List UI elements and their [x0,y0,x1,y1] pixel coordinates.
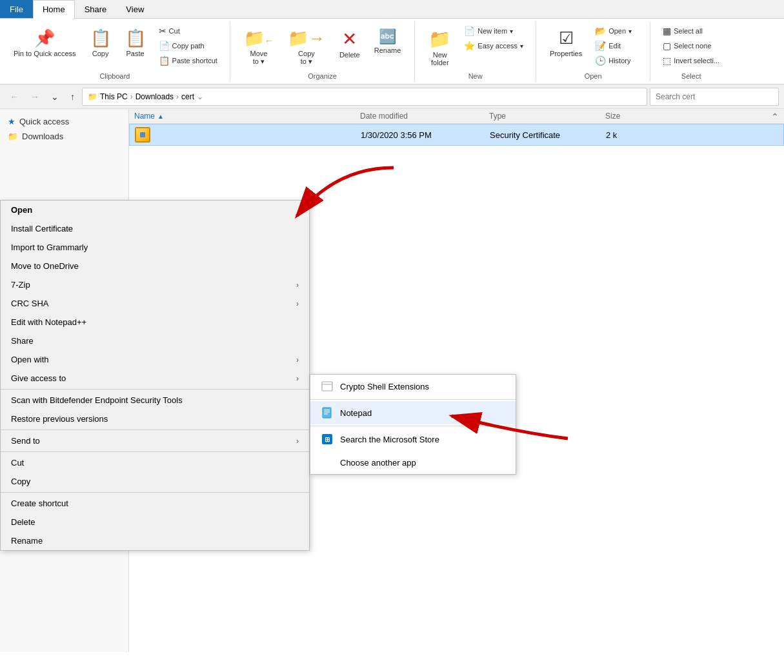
clipboard-label: Clipboard [99,71,130,81]
ctx-create-shortcut[interactable]: Create shortcut [1,494,309,513]
delete-button[interactable]: ✕ Delete [334,24,366,63]
properties-icon: ☑ [559,28,574,48]
copy-to-icon: 📁→ [288,28,325,48]
back-button[interactable]: ← [5,89,23,104]
easy-access-button[interactable]: ⭐ Easy access ▾ [459,39,528,53]
sidebar-item-quick-access[interactable]: ★ Quick access [0,114,128,129]
rename-button[interactable]: 🔤 Rename [368,24,407,59]
new-item-label: New item [477,27,507,35]
edit-button[interactable]: 📝 Edit [590,39,642,53]
ctx-install-cert[interactable]: Install Certificate [1,219,309,238]
edit-label: Edit [608,42,621,50]
ctx-copy[interactable]: Copy [1,472,309,491]
ctx-open-with[interactable]: Open with › [1,350,309,369]
quick-access-label: Quick access [19,117,69,126]
edit-icon: 📝 [595,41,606,51]
ctx-import-grammarly[interactable]: Import to Grammarly [1,238,309,257]
new-folder-button[interactable]: 📁 Newfolder [423,24,457,71]
ctx-move-onedrive[interactable]: Move to OneDrive [1,257,309,275]
new-item-button[interactable]: 📄 New item ▾ [459,24,528,38]
open-label: Open [608,27,626,35]
properties-button[interactable]: ☑ Properties [544,24,588,62]
invert-selection-label: Invert selecti... [674,57,719,64]
ctx-crc-sha[interactable]: CRC SHA › [1,294,309,313]
ctx-share[interactable]: Share [1,331,309,350]
ctx-scan-bitdefender[interactable]: Scan with Bitdefender Endpoint Security … [1,391,309,410]
new-items: 📁 Newfolder 📄 New item ▾ ⭐ Easy access ▾ [420,21,530,71]
new-folder-icon: 📁 [428,28,451,50]
copy-button[interactable]: 📋 Copy [85,24,117,62]
open-small-btns: 📂 Open ▾ 📝 Edit 🕒 History [590,24,642,68]
collapse-icon: ⌃ [769,112,781,122]
organize-label: Organize [308,71,337,81]
ctx-send-to[interactable]: Send to › [1,431,309,450]
breadcrumb-cert: cert [181,92,194,101]
tab-file[interactable]: File [0,0,33,18]
history-button[interactable]: 🕒 History [590,54,642,68]
submenu-notepad[interactable]: Notepad [310,401,516,424]
ctx-cut[interactable]: Cut [1,453,309,472]
submenu-sep [310,399,516,400]
choose-app-icon [321,456,334,469]
select-none-button[interactable]: ▢ Select none [658,39,724,53]
ctx-rename[interactable]: Rename [1,531,309,550]
paste-shortcut-label: Paste shortcut [172,57,217,64]
paste-button[interactable]: 📋 Paste [119,24,152,62]
copy-to-button[interactable]: 📁→ Copyto ▾ [282,24,331,70]
open-with-submenu: Crypto Shell Extensions Notepad ⊞ Search… [310,374,516,475]
col-header-type[interactable]: Type [489,112,605,121]
submenu-sep2 [310,426,516,426]
navigation-bar: ← → ⌄ ↑ 📁 This PC › Downloads › cert ⌄ [0,84,784,109]
ctx-open[interactable]: Open [1,201,309,219]
ribbon-group-open: ☑ Properties 📂 Open ▾ 📝 Edit 🕒 [536,21,650,81]
ctx-give-access[interactable]: Give access to › [1,369,309,388]
ribbon: File Home Share View 📌 Pin to Quick acce… [0,0,784,84]
ctx-edit-notepad[interactable]: Edit with Notepad++ [1,313,309,331]
ctx-delete[interactable]: Delete [1,513,309,531]
open-items: ☑ Properties 📂 Open ▾ 📝 Edit 🕒 [541,21,645,71]
file-row[interactable]: 1/30/2020 3:56 PM Security Certificate 2… [129,124,784,146]
tab-view[interactable]: View [116,0,154,18]
address-bar[interactable]: 📁 This PC › Downloads › cert ⌄ [82,88,647,106]
ctx-7zip[interactable]: 7-Zip › [1,275,309,294]
submenu-crypto-shell[interactable]: Crypto Shell Extensions [310,375,516,398]
cut-button[interactable]: ✂ Cut [154,24,222,38]
search-input[interactable] [650,88,779,106]
open-button[interactable]: 📂 Open ▾ [590,24,642,38]
new-item-icon: 📄 [464,26,475,36]
ribbon-group-clipboard: 📌 Pin to Quick access 📋 Copy 📋 Paste ✂ C [0,21,230,81]
collapse-button[interactable]: ⌃ [766,109,784,124]
ctx-restore-versions[interactable]: Restore previous versions [1,410,309,428]
ctx-open-with-arrow: › [296,355,299,364]
clipboard-items: 📌 Pin to Quick access 📋 Copy 📋 Paste ✂ C [5,21,225,71]
col-header-date[interactable]: Date modified [360,112,489,121]
open-icon: 📂 [595,26,606,36]
ctx-sep4 [1,492,309,493]
pin-to-quick-access-button[interactable]: 📌 Pin to Quick access [8,24,82,63]
recent-locations-button[interactable]: ⌄ [46,89,63,104]
move-to-button[interactable]: 📁← Moveto ▾ [238,24,279,70]
select-none-icon: ▢ [663,41,671,51]
address-icon: 📁 [88,92,97,101]
tab-home[interactable]: Home [33,0,75,19]
svg-rect-3 [324,410,330,411]
copy-label: Copy [92,50,109,57]
submenu-choose-app[interactable]: Choose another app [310,451,516,474]
invert-selection-button[interactable]: ⬚ Invert selecti... [658,54,724,68]
up-button[interactable]: ↑ [66,89,79,104]
new-folder-label: Newfolder [431,51,449,66]
select-all-button[interactable]: ▦ Select all [658,24,724,38]
sidebar-item-downloads[interactable]: 📁 Downloads [0,129,128,144]
col-header-size[interactable]: Size [605,112,657,121]
ctx-crc-arrow: › [296,299,299,308]
submenu-ms-store[interactable]: ⊞ Search the Microsoft Store [310,428,516,451]
paste-shortcut-button[interactable]: 📋 Paste shortcut [154,54,222,68]
forward-button[interactable]: → [26,89,44,104]
ctx-7zip-arrow: › [296,281,299,290]
tab-share[interactable]: Share [75,0,117,18]
select-all-icon: ▦ [663,26,671,36]
copy-path-button[interactable]: 📄 Copy path [154,39,222,53]
paste-label: Paste [126,50,145,57]
col-header-name[interactable]: Name ▲ [134,112,360,121]
file-size: 2 k [606,130,658,140]
